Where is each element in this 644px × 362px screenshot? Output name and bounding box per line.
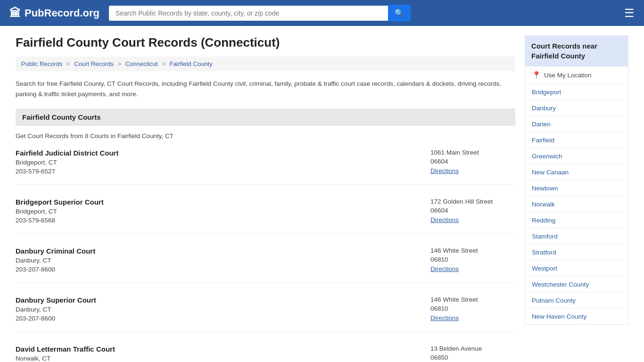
sidebar-link[interactable]: Greenwich — [532, 153, 562, 160]
sidebar-item-fairfield[interactable]: Fairfield — [525, 132, 628, 148]
court-name: Bridgeport Superior Court — [16, 198, 104, 206]
sidebar-item-redding[interactable]: Redding — [525, 213, 628, 229]
court-right-3: 146 White Street 06810 Directions — [430, 296, 515, 322]
sidebar-link[interactable]: Stratford — [532, 249, 556, 256]
breadcrumb-court-records[interactable]: Court Records — [74, 60, 114, 67]
sidebar-item-stratford[interactable]: Stratford — [525, 245, 628, 261]
sidebar-link[interactable]: Fairfield — [532, 137, 554, 144]
sidebar-link[interactable]: Westport — [532, 265, 557, 272]
court-zip: 06850 — [430, 354, 515, 361]
court-right-0: 1061 Main Street 06604 Directions — [430, 149, 515, 175]
sidebar-link[interactable]: Newtown — [532, 185, 558, 192]
header: 🏛 PubRecord.org 🔍 ☰ — [0, 0, 644, 26]
court-zip: 06810 — [430, 256, 515, 263]
court-right-2: 146 White Street 06810 Directions — [430, 247, 515, 273]
court-city: Bridgeport, CT — [16, 159, 118, 166]
court-left-1: Bridgeport Superior Court Bridgeport, CT… — [16, 198, 104, 224]
count-text: Get Court Records from 8 Courts in Fairf… — [16, 132, 515, 140]
court-entry: Danbury Superior Court Danbury, CT 203-2… — [16, 296, 515, 332]
sidebar-item-newtown[interactable]: Newtown — [525, 181, 628, 197]
court-name: Fairfield Judicial District Court — [16, 149, 118, 157]
logo-icon: 🏛 — [9, 7, 21, 20]
search-button[interactable]: 🔍 — [388, 5, 411, 21]
sidebar-item-bridgeport[interactable]: Bridgeport — [525, 84, 628, 100]
sidebar-item-westchester-county[interactable]: Westchester County — [525, 277, 628, 293]
location-icon: 📍 — [532, 71, 541, 80]
court-address: 1061 Main Street — [430, 149, 515, 156]
logo[interactable]: 🏛 PubRecord.org — [9, 7, 99, 20]
court-address: 146 White Street — [430, 247, 515, 254]
court-zip: 06810 — [430, 305, 515, 312]
court-city: Danbury, CT — [16, 306, 96, 313]
sidebar-item-greenwich[interactable]: Greenwich — [525, 148, 628, 165]
courts-list: Fairfield Judicial District Court Bridge… — [16, 149, 515, 362]
court-zip: 06604 — [430, 207, 515, 214]
sidebar-link[interactable]: Bridgeport — [532, 89, 561, 96]
sidebar-item-putnam-county[interactable]: Putnam County — [525, 293, 628, 309]
sidebar-item-new-haven-county[interactable]: New Haven County — [525, 309, 628, 324]
search-input[interactable] — [109, 6, 388, 21]
sidebar-item-darien[interactable]: Darien — [525, 116, 628, 132]
sidebar-link[interactable]: Putnam County — [532, 297, 576, 304]
sidebar-link[interactable]: New Canaan — [532, 169, 569, 176]
breadcrumb-sep-3: > — [162, 60, 167, 67]
logo-text: PubRecord.org — [25, 7, 99, 19]
sidebar-item-norwalk[interactable]: Norwalk — [525, 197, 628, 213]
court-name: Danbury Criminal Court — [16, 247, 95, 255]
directions-link[interactable]: Directions — [430, 314, 459, 321]
page-title: Fairfield County Court Records (Connecti… — [16, 35, 515, 50]
search-bar: 🔍 — [109, 5, 411, 21]
sidebar-link[interactable]: Redding — [532, 217, 555, 224]
directions-link[interactable]: Directions — [430, 216, 459, 223]
court-phone: 203-579-6527 — [16, 168, 118, 175]
court-phone: 203-579-6568 — [16, 217, 104, 224]
sidebar-link[interactable]: New Haven County — [532, 313, 586, 320]
court-entry: Danbury Criminal Court Danbury, CT 203-2… — [16, 247, 515, 283]
court-address: 172 Golden Hill Street — [430, 198, 515, 205]
search-icon: 🔍 — [395, 9, 404, 17]
sidebar-links: 📍 Use My Location BridgeportDanburyDarie… — [525, 66, 628, 325]
sidebar-item-use-location[interactable]: 📍 Use My Location — [525, 66, 628, 84]
sidebar-item-danbury[interactable]: Danbury — [525, 100, 628, 116]
main-layout: Fairfield County Court Records (Connecti… — [6, 26, 638, 362]
section-header: Fairfield County Courts — [16, 108, 515, 126]
breadcrumb: Public Records > Court Records > Connect… — [16, 57, 515, 71]
breadcrumb-public-records[interactable]: Public Records — [21, 60, 62, 67]
court-phone: 203-207-8600 — [16, 266, 95, 273]
sidebar-link[interactable]: Danbury — [532, 105, 556, 112]
sidebar: Court Records near Fairfield County 📍 Us… — [525, 35, 628, 362]
sidebar-link[interactable]: Norwalk — [532, 201, 555, 208]
sidebar-title: Court Records near Fairfield County — [525, 35, 628, 66]
court-address: 146 White Street — [430, 296, 515, 303]
directions-link[interactable]: Directions — [430, 265, 459, 272]
court-right-1: 172 Golden Hill Street 06604 Directions — [430, 198, 515, 224]
page-description: Search for free Fairfield County, CT Cou… — [16, 79, 515, 99]
breadcrumb-connecticut[interactable]: Connecticut — [125, 60, 158, 67]
court-zip: 06604 — [430, 158, 515, 165]
court-phone: 203-207-8600 — [16, 315, 96, 322]
court-entry: David Letterman Traffic Court Norwalk, C… — [16, 345, 515, 362]
sidebar-item-new-canaan[interactable]: New Canaan — [525, 165, 628, 181]
sidebar-link[interactable]: Westchester County — [532, 281, 589, 288]
sidebar-link[interactable]: Stamford — [532, 233, 558, 240]
menu-icon[interactable]: ☰ — [624, 7, 635, 20]
court-entry: Fairfield Judicial District Court Bridge… — [16, 149, 515, 185]
directions-link[interactable]: Directions — [430, 167, 459, 174]
use-location-label: Use My Location — [544, 72, 592, 79]
court-name: Danbury Superior Court — [16, 296, 96, 304]
court-city: Norwalk, CT — [16, 355, 115, 362]
breadcrumb-fairfield-county[interactable]: Fairfield County — [169, 60, 212, 67]
sidebar-item-stamford[interactable]: Stamford — [525, 229, 628, 245]
sidebar-item-westport[interactable]: Westport — [525, 261, 628, 277]
court-city: Bridgeport, CT — [16, 208, 104, 215]
sidebar-link[interactable]: Darien — [532, 121, 551, 128]
court-address: 13 Belden Avenue — [430, 345, 515, 352]
court-city: Danbury, CT — [16, 257, 95, 264]
court-left-3: Danbury Superior Court Danbury, CT 203-2… — [16, 296, 96, 322]
breadcrumb-sep-2: > — [118, 60, 123, 67]
court-right-4: 13 Belden Avenue 06850 Directions — [430, 345, 515, 362]
court-name: David Letterman Traffic Court — [16, 345, 115, 353]
court-left-2: Danbury Criminal Court Danbury, CT 203-2… — [16, 247, 95, 273]
content-area: Fairfield County Court Records (Connecti… — [16, 35, 515, 362]
court-left-0: Fairfield Judicial District Court Bridge… — [16, 149, 118, 175]
